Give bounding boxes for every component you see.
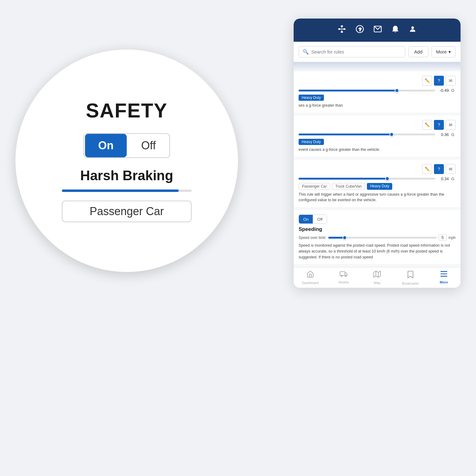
rule-3-actions: ✏️ ? ✉ — [299, 164, 456, 174]
rule-1-slider-row: -0.49 G — [299, 88, 456, 93]
rule-1-help-button[interactable]: ? — [434, 76, 444, 86]
gradient-fade — [294, 62, 461, 71]
rule-4-toggle[interactable]: On Off — [299, 215, 327, 224]
rule-3-slider-track[interactable] — [299, 178, 435, 180]
nav-item-assets[interactable]: Assets — [334, 270, 353, 285]
nav-item-bookmarks[interactable]: Bookmarks — [401, 270, 420, 285]
svg-point-12 — [411, 26, 414, 29]
zoom-toggle-on[interactable]: On — [85, 134, 127, 157]
rule-2-description: event causes a g-force greater than the … — [299, 147, 456, 153]
zoom-toggle[interactable]: On Off — [83, 133, 170, 158]
rule-3-help-button[interactable]: ? — [434, 164, 444, 174]
nav-label-more: More — [440, 280, 448, 284]
rule-1-description: ses a g-force greater than — [299, 103, 456, 108]
vehicle-tab-truck[interactable]: Truck Cube/Van — [332, 183, 365, 190]
more-button[interactable]: More ▾ — [431, 46, 456, 57]
rule-3-slider-row: 0.34 G — [299, 176, 456, 181]
vehicle-tabs: Passenger Car Truck Cube/Van Heavy Duty — [299, 183, 456, 190]
rule-2-slider-unit: G — [451, 132, 456, 137]
svg-point-15 — [345, 275, 346, 277]
speed-unit: mph — [448, 236, 456, 240]
speed-value: 5 — [439, 234, 446, 241]
svg-point-14 — [341, 275, 342, 277]
mail-icon[interactable] — [373, 25, 382, 35]
map-icon — [373, 270, 381, 280]
search-icon: 🔍 — [303, 49, 309, 55]
house-icon — [307, 270, 314, 280]
bottom-nav: Dashboard Assets Map Bookmarks More — [294, 267, 461, 288]
rule-2-mail-button[interactable]: ✉ — [446, 120, 456, 130]
svg-text:?: ? — [359, 27, 362, 32]
org-chart-icon[interactable] — [338, 25, 346, 36]
chevron-down-icon: ▾ — [448, 49, 451, 55]
zoom-circle: SAFETY On Off Harsh Braking Passenger Ca… — [15, 49, 238, 272]
speed-slider-thumb[interactable] — [342, 236, 347, 240]
nav-item-map[interactable]: Map — [368, 270, 386, 285]
help-icon[interactable]: ? — [355, 25, 364, 36]
rule-card-3: ✏️ ? ✉ 0.34 G Passenger Car Truck Cube/V… — [294, 160, 461, 208]
bookmark-icon — [407, 270, 414, 280]
zoom-toggle-off[interactable]: Off — [128, 134, 169, 157]
speed-limit-row: Speed over limit: 5 mph — [299, 234, 456, 241]
nav-item-more[interactable]: More — [435, 270, 453, 285]
rule-1-slider-track[interactable] — [299, 90, 435, 91]
rule-3-mail-button[interactable]: ✉ — [446, 164, 456, 174]
bell-icon[interactable] — [391, 25, 399, 36]
rule-2-slider-thumb[interactable] — [389, 132, 394, 137]
nav-label-bookmarks: Bookmarks — [402, 282, 419, 285]
search-input[interactable] — [311, 49, 401, 54]
rule-2-actions: ✏️ ? ✉ — [299, 120, 456, 130]
nav-item-dashboard[interactable]: Dashboard — [301, 270, 320, 285]
rule-1-actions: ✏️ ? ✉ — [299, 76, 456, 86]
speed-slider-track[interactable] — [328, 237, 437, 239]
rule-2-help-button[interactable]: ? — [434, 120, 444, 130]
rule-2-slider-value: 0.36 — [438, 132, 449, 137]
rule-3-slider-value: 0.34 — [438, 176, 449, 181]
speeding-description: Speed is monitored against the posted ro… — [299, 243, 456, 260]
progress-bar-fill — [62, 189, 179, 192]
rule-name-zoomed: Harsh Braking — [80, 168, 173, 183]
rule-1-slider-value: -0.49 — [438, 88, 449, 93]
rule-2-slider-track[interactable] — [299, 134, 435, 135]
nav-label-map: Map — [374, 281, 380, 285]
speeding-rule-title: Speeding — [299, 226, 456, 232]
vehicle-tab-passenger[interactable]: Passenger Car — [299, 183, 330, 190]
vehicle-type-box[interactable]: Passenger Car — [62, 201, 192, 222]
speed-slider-fill — [328, 237, 345, 239]
nav-label-dashboard: Dashboard — [302, 281, 319, 285]
add-button[interactable]: Add — [408, 46, 428, 57]
rule-4-toggle-off[interactable]: Off — [313, 215, 327, 223]
vehicle-tab-heavy[interactable]: Heavy Duty — [367, 183, 392, 190]
rules-list: ✏️ ? ✉ -0.49 G Heavy Duty ses a g-force … — [294, 71, 461, 267]
rule-3-slider-unit: G — [451, 176, 456, 181]
rule-3-slider-fill — [299, 178, 387, 180]
progress-bar — [62, 189, 192, 192]
rule-2-edit-button[interactable]: ✏️ — [422, 120, 432, 130]
svg-rect-2 — [341, 31, 343, 33]
nav-label-assets: Assets — [338, 280, 349, 284]
rule-1-slider-thumb[interactable] — [395, 88, 399, 93]
rule-1-slider-unit: G — [451, 88, 456, 93]
svg-rect-13 — [340, 272, 345, 275]
rule-1-edit-button[interactable]: ✏️ — [422, 76, 432, 86]
rule-3-slider-thumb[interactable] — [385, 176, 389, 181]
rule-2-slider-row: 0.36 G — [299, 132, 456, 137]
rule-1-slider-fill — [299, 90, 397, 91]
search-input-wrapper[interactable]: 🔍 — [299, 46, 405, 57]
truck-icon — [340, 270, 348, 279]
rule-3-description: This rule will trigger when a hard or ag… — [299, 192, 456, 203]
rule-1-mail-button[interactable]: ✉ — [446, 76, 456, 86]
app-panel: ? 🔍 Add More ▾ ✏️ ? ✉ — [294, 19, 461, 288]
user-icon[interactable] — [409, 25, 417, 36]
speed-limit-label: Speed over limit: — [299, 236, 326, 240]
rule-card-4: On Off Speeding Speed over limit: 5 mph … — [294, 210, 461, 265]
rule-card-1: ✏️ ? ✉ -0.49 G Heavy Duty ses a g-force … — [294, 71, 461, 113]
svg-rect-0 — [341, 25, 343, 27]
rule-1-badge[interactable]: Heavy Duty — [299, 95, 324, 101]
rule-2-badge[interactable]: Heavy Duty — [299, 139, 324, 145]
svg-marker-16 — [374, 271, 380, 277]
rule-3-edit-button[interactable]: ✏️ — [422, 164, 432, 174]
app-header: ? — [294, 19, 461, 42]
menu-icon — [440, 270, 448, 279]
rule-4-toggle-on[interactable]: On — [299, 215, 313, 223]
